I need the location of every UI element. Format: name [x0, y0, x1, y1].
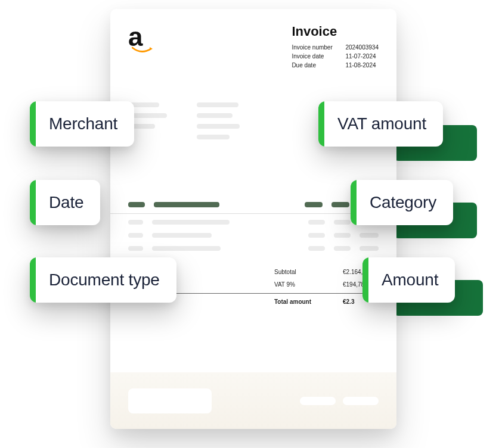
invoice-date-value: 11-07-2024	[345, 52, 376, 61]
pill-accent	[351, 180, 357, 225]
pill-label-document-type: Document type	[36, 270, 176, 290]
pill-label-category: Category	[357, 193, 453, 212]
invoice-number-value: 2024003934	[345, 43, 379, 52]
pill-date: Date	[30, 180, 100, 225]
pill-document-type: Document type	[30, 257, 176, 303]
amazon-smile-icon	[132, 46, 153, 55]
invoice-meta: Invoice number 2024003934 Invoice date 1…	[292, 43, 379, 70]
pill-category: Category	[351, 180, 453, 225]
line-items-table	[128, 202, 379, 251]
footer-placeholder-small-1	[300, 397, 336, 405]
invoice-title: Invoice	[292, 24, 379, 39]
due-date-label: Due date	[292, 61, 334, 70]
pill-label-amount: Amount	[368, 270, 455, 290]
pill-vat-amount: VAT amount	[318, 101, 443, 147]
pill-label-date: Date	[36, 193, 100, 212]
due-date-value: 11-08-2024	[345, 61, 376, 70]
footer-placeholder-small-2	[343, 397, 379, 405]
pill-merchant: Merchant	[30, 101, 134, 147]
pill-amount: Amount	[362, 257, 455, 303]
pill-accent	[30, 101, 36, 147]
invoice-number-label: Invoice number	[292, 43, 334, 52]
invoice-footer	[110, 372, 396, 429]
vat-label: VAT 9%	[274, 281, 319, 288]
pill-label-vat-amount: VAT amount	[324, 114, 443, 133]
footer-placeholder-large	[128, 388, 212, 413]
pill-label-merchant: Merchant	[36, 114, 134, 133]
pill-accent	[318, 101, 324, 147]
pill-accent	[362, 257, 368, 303]
pill-accent	[30, 257, 36, 303]
invoice-date-label: Invoice date	[292, 52, 334, 61]
subtotal-label: Subtotal	[274, 269, 319, 275]
pill-accent	[30, 180, 36, 225]
merchant-logo: a	[128, 24, 153, 57]
total-label: Total amount	[274, 298, 319, 305]
